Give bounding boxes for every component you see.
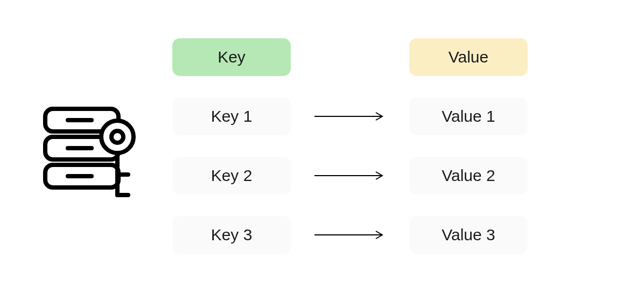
database-key-svg — [32, 99, 140, 212]
key-box: Key 2 — [172, 157, 291, 194]
header-key-box: Key — [172, 38, 291, 76]
key-value-table: Key Value Key 1 Value 1 Key 2 Val — [172, 38, 612, 254]
data-row: Key 3 Value 3 — [172, 216, 612, 254]
database-key-icon — [32, 99, 140, 214]
header-value-box: Value — [409, 38, 528, 76]
arrow-icon — [312, 230, 388, 240]
data-row: Key 2 Value 2 — [172, 157, 612, 194]
header-row: Key Value — [172, 38, 612, 76]
value-box: Value 2 — [409, 157, 528, 194]
key-box: Key 3 — [172, 216, 291, 254]
svg-point-6 — [101, 121, 134, 153]
key-box: Key 1 — [172, 98, 291, 135]
data-row: Key 1 Value 1 — [172, 98, 612, 135]
arrow-icon — [312, 111, 388, 122]
arrow-icon — [312, 170, 388, 181]
value-box: Value 3 — [409, 216, 528, 254]
value-box: Value 1 — [409, 98, 528, 135]
diagram-container: Key Value Key 1 Value 1 Key 2 Val — [0, 0, 644, 292]
